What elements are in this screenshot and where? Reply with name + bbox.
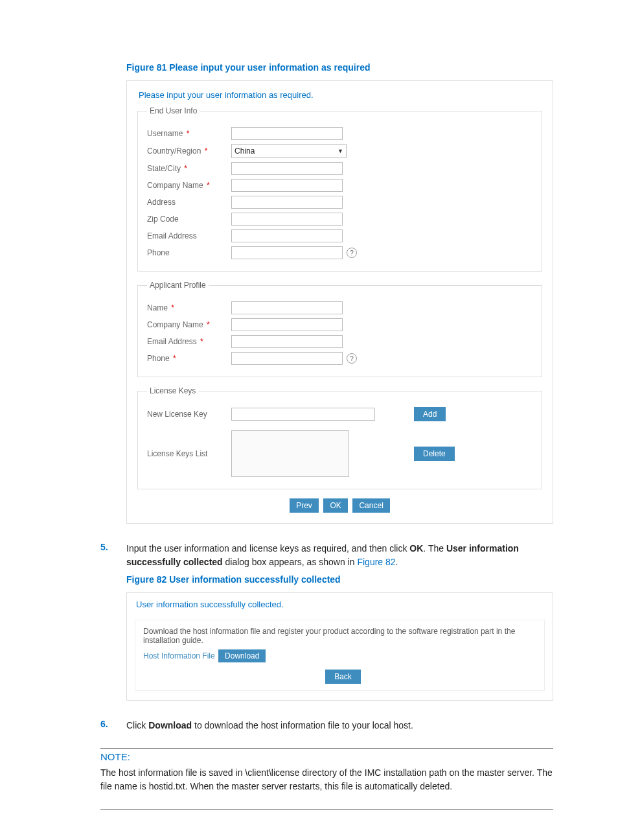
success-panel: User information successfully collected.… <box>126 592 553 701</box>
figure-82-link[interactable]: Figure 82 <box>357 557 395 567</box>
step-5-number: 5. <box>100 542 126 569</box>
company-label: Company Name * <box>147 181 231 190</box>
ap-phone-label: Phone * <box>147 354 231 363</box>
new-license-label: New License Key <box>147 410 231 419</box>
prev-button[interactable]: Prev <box>290 498 319 513</box>
license-list-label: License Keys List <box>147 449 231 458</box>
step-6: 6. Click Download to download the host i… <box>100 719 553 732</box>
end-user-info-fieldset: End User Info Username * Country/Region … <box>137 106 542 272</box>
host-info-label: Host Information File <box>143 651 215 660</box>
username-input[interactable] <box>231 127 343 140</box>
applicant-profile-legend: Applicant Profile <box>147 281 209 290</box>
ap-company-input[interactable] <box>231 318 343 331</box>
chevron-down-icon: ▼ <box>338 148 346 154</box>
step-6-body: Click Download to download the host info… <box>126 719 553 732</box>
divider <box>100 809 553 810</box>
country-select[interactable]: China ▼ <box>231 144 347 158</box>
address-label: Address <box>147 198 231 207</box>
license-keys-fieldset: License Keys New License Key Add License… <box>137 386 542 489</box>
company-input[interactable] <box>231 179 343 192</box>
divider <box>100 748 553 749</box>
ap-email-label: Email Address * <box>147 337 231 346</box>
email-input[interactable] <box>231 229 343 242</box>
ap-phone-input[interactable] <box>231 352 343 365</box>
ok-button[interactable]: OK <box>323 498 347 513</box>
ap-name-input[interactable] <box>231 301 343 314</box>
address-input[interactable] <box>231 196 343 209</box>
help-icon[interactable]: ? <box>347 248 357 258</box>
step-5-body: Input the user information and license k… <box>126 542 553 569</box>
email-label: Email Address <box>147 231 231 240</box>
phone-input[interactable] <box>231 246 343 259</box>
back-button[interactable]: Back <box>325 670 361 684</box>
ap-email-input[interactable] <box>231 335 343 348</box>
ap-name-label: Name * <box>147 303 231 312</box>
panel2-header: User information successfully collected. <box>135 598 545 616</box>
note-title: NOTE: <box>100 751 553 762</box>
state-input[interactable] <box>231 162 343 175</box>
panel2-body-text: Download the host information file and r… <box>143 627 536 645</box>
figure-81-title: Figure 81 Please input your user informa… <box>126 62 553 73</box>
delete-button[interactable]: Delete <box>414 447 455 461</box>
step-5: 5. Input the user information and licens… <box>100 542 553 569</box>
dialog-button-row: Prev OK Cancel <box>137 498 542 513</box>
help-icon[interactable]: ? <box>347 353 357 364</box>
user-info-panel: Please input your user information as re… <box>126 80 553 524</box>
end-user-info-legend: End User Info <box>147 106 200 115</box>
figure-82-title: Figure 82 User information successfully … <box>126 574 553 585</box>
zip-input[interactable] <box>231 213 343 226</box>
applicant-profile-fieldset: Applicant Profile Name * Company Name * … <box>137 281 542 377</box>
license-keys-legend: License Keys <box>147 386 198 395</box>
country-label: Country/Region * <box>147 146 231 156</box>
download-button[interactable]: Download <box>218 649 266 662</box>
step-6-number: 6. <box>100 719 126 732</box>
phone-label: Phone <box>147 248 231 257</box>
add-button[interactable]: Add <box>414 407 446 421</box>
panel-header: Please input your user information as re… <box>137 89 542 106</box>
username-label: Username * <box>147 129 231 138</box>
cancel-button[interactable]: Cancel <box>352 498 389 513</box>
ap-company-label: Company Name * <box>147 320 231 329</box>
panel2-body: Download the host information file and r… <box>135 620 545 691</box>
new-license-input[interactable] <box>231 408 375 421</box>
state-label: State/City * <box>147 164 231 173</box>
license-list[interactable] <box>231 430 349 477</box>
note-body: The host information file is saved in \c… <box>100 766 553 793</box>
country-value: China <box>235 146 255 156</box>
zip-label: Zip Code <box>147 215 231 224</box>
